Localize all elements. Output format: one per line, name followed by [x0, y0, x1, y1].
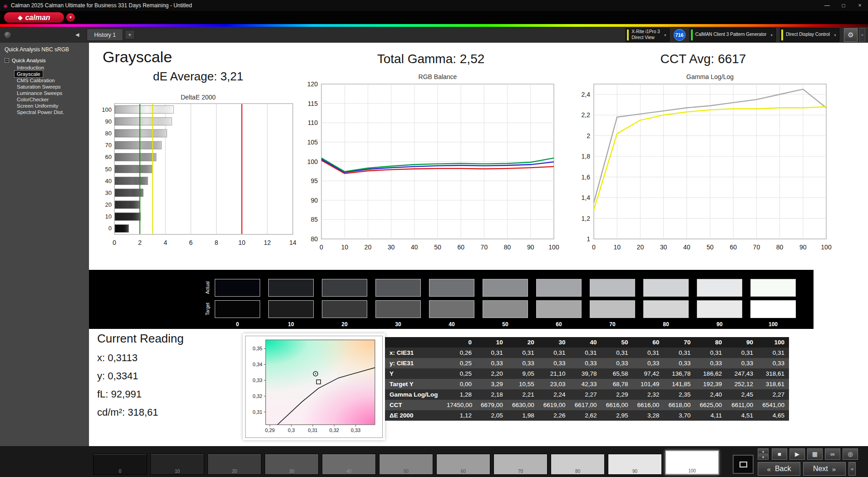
- value-cell: 6625,00: [695, 400, 726, 410]
- reading-x: x: 0,3113: [97, 352, 184, 364]
- maximize-button[interactable]: □: [835, 0, 852, 11]
- tab-history-1[interactable]: History 1: [87, 29, 123, 41]
- axis-label: 6: [189, 239, 193, 246]
- row-label: Target Y: [385, 379, 445, 389]
- target-swatch-0: [215, 300, 260, 318]
- meter-source-device[interactable]: X-Rite i1Pro 3 Direct View ▼: [626, 28, 669, 42]
- sidebar-item-grayscale[interactable]: Grayscale: [15, 71, 43, 77]
- axis-label: 30: [105, 189, 112, 196]
- meter-pattern-generator[interactable]: CalMAN Client 3 Pattern Generator ▼: [690, 28, 776, 42]
- axis-label: 85: [311, 216, 318, 223]
- axis-label: 80: [311, 235, 318, 243]
- axis-label: 100: [307, 158, 318, 165]
- swatch-label: 100: [769, 321, 778, 328]
- calman-logo[interactable]: ◈ calman: [4, 12, 64, 23]
- swatch-column-90: 90: [697, 279, 742, 328]
- sidebar-item-cms-calibration[interactable]: CMS Calibration: [15, 77, 57, 84]
- pattern-patch-40[interactable]: 40: [322, 454, 376, 475]
- panel-collapse-button[interactable]: «: [859, 28, 865, 42]
- value-cell: 6617,00: [570, 400, 602, 410]
- value-cell: 0,33: [476, 358, 508, 368]
- next-button[interactable]: Next »: [803, 462, 846, 476]
- axis-label: 0,32: [330, 427, 339, 433]
- total-gamma-heading: Total Gamma: 2,52: [301, 52, 560, 66]
- results-table-panel: 0102030405060708090100x: CIE310,260,310,…: [385, 337, 789, 421]
- swatch-label: 90: [716, 321, 722, 328]
- sidebar-item-screen-uniformity[interactable]: Screen Uniformity: [15, 103, 60, 109]
- page-forward-button[interactable]: »: [848, 462, 856, 476]
- table-row: Target Y0,003,2910,5523,0342,3368,78101,…: [385, 379, 789, 389]
- value-cell: 0,33: [602, 358, 633, 368]
- value-cell: 2,24: [539, 389, 570, 400]
- pattern-patch-70[interactable]: 70: [493, 454, 547, 475]
- spin-up-button[interactable]: ▲: [758, 448, 769, 454]
- value-cell: 3,70: [664, 410, 695, 421]
- stop-button[interactable]: ■: [772, 448, 787, 460]
- chevron-down-icon: ▼: [770, 33, 773, 36]
- sidebar-collapse-button[interactable]: ◀: [75, 32, 79, 38]
- table-row: CCT17450,006679,006630,006619,006617,006…: [385, 400, 789, 410]
- value-cell: 2,27: [570, 389, 602, 400]
- add-tab-button[interactable]: +: [125, 30, 135, 40]
- pattern-patch-10[interactable]: 10: [150, 454, 204, 475]
- value-cell: 6630,00: [508, 400, 539, 410]
- tree-root-quick-analysis[interactable]: − Quick Analysis: [0, 57, 89, 65]
- back-button[interactable]: « Back: [758, 462, 800, 476]
- value-cell: 2,95: [602, 410, 633, 421]
- axis-label: 2,2: [582, 111, 591, 119]
- value-cell: 1,12: [445, 410, 476, 421]
- target-button[interactable]: ◎: [843, 448, 858, 460]
- save-button[interactable]: ▦: [807, 448, 823, 460]
- sidebar-item-saturation-sweeps[interactable]: Saturation Sweeps: [15, 84, 63, 90]
- axis-label: 0: [592, 243, 596, 251]
- spinner: ▲ ▼: [758, 448, 769, 460]
- pattern-window-toggle-button[interactable]: [733, 455, 754, 474]
- value-cell: 97,42: [632, 368, 664, 379]
- grayscale-section: Grayscale dE Average: 3,21 DeltaE 2000 0…: [97, 48, 311, 251]
- axis-label: 2,4: [582, 91, 591, 98]
- settings-gear-button[interactable]: ⚙: [844, 28, 858, 42]
- main-menu-button[interactable]: ▼: [66, 13, 75, 22]
- tree-expander-icon[interactable]: −: [5, 58, 9, 63]
- home-circle-icon[interactable]: [5, 32, 10, 38]
- reading-fl: fL: 92,991: [97, 388, 184, 400]
- play-button[interactable]: ▶: [789, 448, 805, 460]
- pattern-patch-90[interactable]: 90: [608, 454, 662, 475]
- value-cell: 1,98: [508, 410, 539, 421]
- actual-swatch-40: [429, 279, 474, 297]
- value-cell: 2,45: [726, 389, 758, 400]
- sidebar-item-spectral-power-dist-[interactable]: Spectral Power Dist.: [15, 109, 66, 115]
- value-cell: 252,12: [726, 379, 758, 389]
- value-cell: 0,31: [570, 348, 602, 358]
- axis-label: 20: [105, 201, 112, 208]
- minimize-button[interactable]: —: [819, 0, 835, 11]
- window-controls: — □ ×: [819, 0, 868, 11]
- pattern-patch-60[interactable]: 60: [436, 454, 490, 475]
- pattern-patch-100[interactable]: 100: [665, 450, 719, 475]
- pattern-patch-30[interactable]: 30: [265, 454, 319, 475]
- value-cell: 318,61: [758, 368, 789, 379]
- target-row-label: Target: [204, 300, 211, 318]
- pattern-patch-80[interactable]: 80: [551, 454, 605, 475]
- value-cell: 6616,00: [602, 400, 633, 410]
- pattern-patch-50[interactable]: 50: [379, 454, 433, 475]
- meter-display-control[interactable]: Direct Display Control ▼: [780, 28, 839, 42]
- chevron-down-icon: ▼: [664, 33, 667, 36]
- continuous-read-button[interactable]: ∞: [825, 448, 840, 460]
- sidebar-item-luminance-sweeps[interactable]: Luminance Sweeps: [15, 90, 64, 96]
- pattern-patch-0[interactable]: 0: [93, 454, 147, 475]
- sidebar-item-introduction[interactable]: Introduction: [15, 65, 46, 71]
- axis-label: 105: [307, 139, 318, 146]
- pattern-window-icon: [740, 462, 747, 467]
- sidebar-item-colorchecker[interactable]: ColorChecker: [15, 96, 51, 103]
- spin-down-button[interactable]: ▼: [758, 454, 769, 460]
- pattern-patch-20[interactable]: 20: [207, 454, 261, 475]
- close-button[interactable]: ×: [852, 0, 868, 11]
- value-cell: 247,43: [726, 368, 758, 379]
- axis-label: 100: [102, 106, 112, 113]
- current-reading-panel: Current Reading x: 0,3113 y: 0,3341 fL: …: [97, 332, 184, 418]
- value-cell: 6541,00: [758, 400, 789, 410]
- chevrons-right-icon: »: [832, 465, 836, 473]
- column-header-50: 50: [602, 337, 633, 348]
- axis-label: 30: [388, 243, 395, 251]
